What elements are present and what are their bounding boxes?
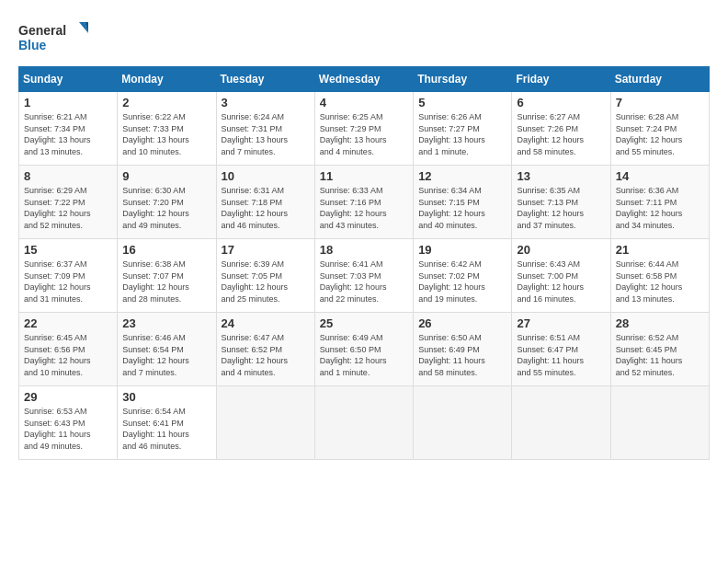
day-info: Sunrise: 6:50 AM Sunset: 6:49 PM Dayligh…: [418, 332, 506, 378]
day-number: 13: [517, 169, 605, 183]
calendar-cell: [314, 386, 413, 460]
day-number: 18: [320, 243, 408, 257]
calendar-cell: 11Sunrise: 6:33 AM Sunset: 7:16 PM Dayli…: [314, 166, 413, 239]
calendar-cell: 1Sunrise: 6:21 AM Sunset: 7:34 PM Daylig…: [19, 92, 118, 166]
page-header: General Blue: [18, 18, 710, 57]
day-info: Sunrise: 6:54 AM Sunset: 6:41 PM Dayligh…: [122, 406, 210, 452]
day-info: Sunrise: 6:35 AM Sunset: 7:13 PM Dayligh…: [517, 185, 605, 231]
day-info: Sunrise: 6:47 AM Sunset: 6:52 PM Dayligh…: [222, 332, 310, 378]
day-number: 12: [418, 169, 506, 183]
day-info: Sunrise: 6:29 AM Sunset: 7:22 PM Dayligh…: [24, 185, 112, 231]
calendar-cell: 27Sunrise: 6:51 AM Sunset: 6:47 PM Dayli…: [512, 313, 610, 386]
calendar-cell: [512, 386, 610, 460]
day-number: 16: [122, 243, 210, 257]
day-number: 8: [24, 169, 112, 183]
day-info: Sunrise: 6:33 AM Sunset: 7:16 PM Dayligh…: [320, 185, 408, 231]
day-number: 17: [222, 243, 310, 257]
calendar-cell: 13Sunrise: 6:35 AM Sunset: 7:13 PM Dayli…: [512, 166, 610, 239]
day-info: Sunrise: 6:21 AM Sunset: 7:34 PM Dayligh…: [24, 111, 112, 157]
calendar-week-3: 15Sunrise: 6:37 AM Sunset: 7:09 PM Dayli…: [19, 239, 710, 313]
day-number: 23: [122, 316, 210, 330]
calendar-cell: 14Sunrise: 6:36 AM Sunset: 7:11 PM Dayli…: [610, 166, 709, 239]
day-info: Sunrise: 6:51 AM Sunset: 6:47 PM Dayligh…: [517, 332, 605, 378]
day-info: Sunrise: 6:34 AM Sunset: 7:15 PM Dayligh…: [418, 185, 506, 231]
day-info: Sunrise: 6:24 AM Sunset: 7:31 PM Dayligh…: [222, 111, 310, 157]
calendar-cell: 26Sunrise: 6:50 AM Sunset: 6:49 PM Dayli…: [414, 313, 512, 386]
day-number: 26: [418, 316, 506, 330]
day-number: 20: [517, 243, 605, 257]
day-info: Sunrise: 6:36 AM Sunset: 7:11 PM Dayligh…: [616, 185, 704, 231]
day-number: 25: [320, 316, 408, 330]
day-number: 27: [517, 316, 605, 330]
day-number: 22: [24, 316, 112, 330]
day-number: 1: [24, 96, 112, 109]
day-info: Sunrise: 6:52 AM Sunset: 6:45 PM Dayligh…: [616, 332, 704, 378]
day-header-wednesday: Wednesday: [314, 67, 413, 92]
day-number: 9: [122, 169, 210, 183]
calendar-cell: 25Sunrise: 6:49 AM Sunset: 6:50 PM Dayli…: [314, 313, 413, 386]
calendar-cell: 19Sunrise: 6:42 AM Sunset: 7:02 PM Dayli…: [414, 239, 512, 313]
day-info: Sunrise: 6:45 AM Sunset: 6:56 PM Dayligh…: [24, 332, 112, 378]
svg-text:General: General: [18, 23, 66, 38]
day-header-friday: Friday: [512, 67, 610, 92]
calendar-cell: 24Sunrise: 6:47 AM Sunset: 6:52 PM Dayli…: [216, 313, 314, 386]
day-header-tuesday: Tuesday: [216, 67, 314, 92]
day-info: Sunrise: 6:30 AM Sunset: 7:20 PM Dayligh…: [122, 185, 210, 231]
day-info: Sunrise: 6:22 AM Sunset: 7:33 PM Dayligh…: [122, 111, 210, 157]
calendar-cell: [414, 386, 512, 460]
calendar-cell: [216, 386, 314, 460]
calendar-week-5: 29Sunrise: 6:53 AM Sunset: 6:43 PM Dayli…: [19, 386, 710, 460]
day-info: Sunrise: 6:31 AM Sunset: 7:18 PM Dayligh…: [222, 185, 310, 231]
day-info: Sunrise: 6:49 AM Sunset: 6:50 PM Dayligh…: [320, 332, 408, 378]
day-info: Sunrise: 6:26 AM Sunset: 7:27 PM Dayligh…: [418, 111, 506, 157]
day-info: Sunrise: 6:37 AM Sunset: 7:09 PM Dayligh…: [24, 259, 112, 304]
day-number: 29: [24, 390, 112, 404]
calendar-cell: 29Sunrise: 6:53 AM Sunset: 6:43 PM Dayli…: [19, 386, 118, 460]
svg-text:Blue: Blue: [18, 38, 47, 52]
day-number: 24: [222, 316, 310, 330]
day-info: Sunrise: 6:46 AM Sunset: 6:54 PM Dayligh…: [122, 332, 210, 378]
day-header-monday: Monday: [118, 67, 216, 92]
calendar-cell: 30Sunrise: 6:54 AM Sunset: 6:41 PM Dayli…: [118, 386, 216, 460]
day-info: Sunrise: 6:38 AM Sunset: 7:07 PM Dayligh…: [122, 259, 210, 304]
day-info: Sunrise: 6:42 AM Sunset: 7:02 PM Dayligh…: [418, 259, 506, 304]
day-info: Sunrise: 6:44 AM Sunset: 6:58 PM Dayligh…: [616, 259, 704, 304]
calendar-cell: 5Sunrise: 6:26 AM Sunset: 7:27 PM Daylig…: [414, 92, 512, 166]
calendar-cell: 10Sunrise: 6:31 AM Sunset: 7:18 PM Dayli…: [216, 166, 314, 239]
calendar-week-4: 22Sunrise: 6:45 AM Sunset: 6:56 PM Dayli…: [19, 313, 710, 386]
day-number: 4: [320, 96, 408, 109]
calendar-cell: 18Sunrise: 6:41 AM Sunset: 7:03 PM Dayli…: [314, 239, 413, 313]
calendar-cell: 22Sunrise: 6:45 AM Sunset: 6:56 PM Dayli…: [19, 313, 118, 386]
day-info: Sunrise: 6:27 AM Sunset: 7:26 PM Dayligh…: [517, 111, 605, 157]
day-header-saturday: Saturday: [610, 67, 709, 92]
calendar-cell: 21Sunrise: 6:44 AM Sunset: 6:58 PM Dayli…: [610, 239, 709, 313]
day-info: Sunrise: 6:41 AM Sunset: 7:03 PM Dayligh…: [320, 259, 408, 304]
day-number: 15: [24, 243, 112, 257]
calendar-table: SundayMondayTuesdayWednesdayThursdayFrid…: [18, 66, 710, 460]
calendar-cell: [610, 386, 709, 460]
calendar-week-1: 1Sunrise: 6:21 AM Sunset: 7:34 PM Daylig…: [19, 92, 710, 166]
calendar-cell: 16Sunrise: 6:38 AM Sunset: 7:07 PM Dayli…: [118, 239, 216, 313]
day-number: 30: [122, 390, 210, 404]
day-number: 28: [616, 316, 704, 330]
calendar-cell: 17Sunrise: 6:39 AM Sunset: 7:05 PM Dayli…: [216, 239, 314, 313]
day-number: 11: [320, 169, 408, 183]
logo-svg: General Blue: [18, 18, 92, 57]
calendar-cell: 15Sunrise: 6:37 AM Sunset: 7:09 PM Dayli…: [19, 239, 118, 313]
day-info: Sunrise: 6:39 AM Sunset: 7:05 PM Dayligh…: [222, 259, 310, 304]
calendar-cell: 4Sunrise: 6:25 AM Sunset: 7:29 PM Daylig…: [314, 92, 413, 166]
day-number: 10: [222, 169, 310, 183]
day-info: Sunrise: 6:28 AM Sunset: 7:24 PM Dayligh…: [616, 111, 704, 157]
calendar-cell: 20Sunrise: 6:43 AM Sunset: 7:00 PM Dayli…: [512, 239, 610, 313]
day-number: 14: [616, 169, 704, 183]
calendar-cell: 28Sunrise: 6:52 AM Sunset: 6:45 PM Dayli…: [610, 313, 709, 386]
day-number: 21: [616, 243, 704, 257]
calendar-header-row: SundayMondayTuesdayWednesdayThursdayFrid…: [19, 67, 710, 92]
logo: General Blue: [18, 18, 92, 57]
day-number: 7: [616, 96, 704, 109]
day-info: Sunrise: 6:43 AM Sunset: 7:00 PM Dayligh…: [517, 259, 605, 304]
calendar-cell: 6Sunrise: 6:27 AM Sunset: 7:26 PM Daylig…: [512, 92, 610, 166]
day-info: Sunrise: 6:25 AM Sunset: 7:29 PM Dayligh…: [320, 111, 408, 157]
calendar-cell: 2Sunrise: 6:22 AM Sunset: 7:33 PM Daylig…: [118, 92, 216, 166]
day-number: 6: [517, 96, 605, 109]
